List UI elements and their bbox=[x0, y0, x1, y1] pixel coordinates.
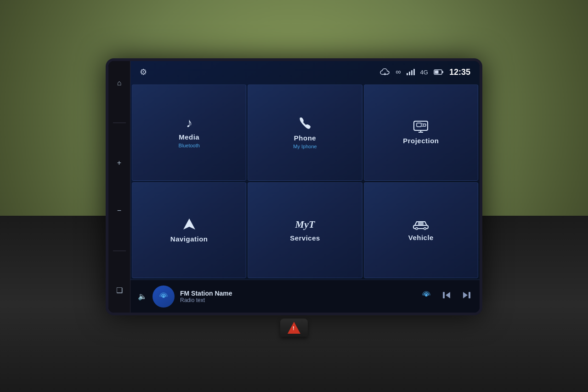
vehicle-tile[interactable]: Vehicle bbox=[364, 182, 478, 279]
status-bar: ∞ 4G 12:35 bbox=[380, 67, 470, 77]
media-tile[interactable]: ♪ Media Bluetooth bbox=[132, 84, 246, 181]
infotainment-screen: ⌂ + − ❑ ⚙ ∞ bbox=[106, 58, 482, 315]
top-bar: ⚙ ∞ 4G bbox=[130, 61, 480, 83]
svg-rect-22 bbox=[469, 292, 470, 298]
navigation-label: Navigation bbox=[170, 235, 208, 243]
svg-rect-7 bbox=[423, 124, 426, 126]
svg-rect-16 bbox=[418, 222, 424, 225]
vehicle-icon bbox=[412, 219, 430, 230]
signal-label: 4G bbox=[420, 69, 428, 76]
side-button-panel: ⌂ + − ❑ bbox=[108, 61, 130, 313]
cloud-icon bbox=[380, 68, 390, 76]
projection-icon bbox=[413, 120, 429, 133]
minus-icon: − bbox=[117, 207, 121, 215]
layers-icon: ❑ bbox=[116, 286, 123, 295]
home-icon: ⌂ bbox=[117, 79, 122, 87]
svg-point-15 bbox=[424, 228, 426, 229]
services-tile[interactable]: MyT Services bbox=[248, 182, 362, 279]
phone-icon bbox=[298, 116, 312, 130]
svg-marker-21 bbox=[463, 292, 468, 298]
svg-marker-19 bbox=[446, 292, 450, 298]
player-bar: 🔈 FM Station Name Radio text bbox=[130, 280, 480, 313]
home-button[interactable]: ⌂ bbox=[111, 75, 128, 91]
infinity-icon: ∞ bbox=[396, 68, 401, 76]
battery-icon bbox=[434, 69, 444, 75]
myt-icon: MyT bbox=[295, 218, 315, 230]
signal-icon bbox=[407, 69, 415, 75]
media-label: Media bbox=[179, 133, 199, 141]
music-icon: ♪ bbox=[186, 117, 192, 129]
svg-point-18 bbox=[425, 294, 428, 297]
svg-line-8 bbox=[422, 123, 423, 124]
svg-rect-1 bbox=[442, 71, 443, 73]
screen-main: ⚙ ∞ 4G bbox=[130, 61, 480, 313]
projection-label: Projection bbox=[403, 137, 439, 145]
phone-label: Phone bbox=[294, 134, 316, 142]
projection-tile[interactable]: Projection bbox=[364, 84, 478, 181]
radio-wave-icon bbox=[158, 291, 169, 302]
player-controls bbox=[421, 290, 472, 303]
divider-2 bbox=[113, 251, 126, 251]
svg-point-14 bbox=[416, 228, 418, 229]
phone-subtitle: My Iphone bbox=[293, 144, 317, 149]
track-subtitle: Radio text bbox=[180, 297, 415, 303]
svg-line-9 bbox=[422, 126, 423, 127]
hazard-button-area: ! bbox=[280, 319, 308, 337]
svg-marker-10 bbox=[183, 218, 195, 230]
phone-tile[interactable]: Phone My Iphone bbox=[248, 84, 362, 181]
media-subtitle: Bluetooth bbox=[178, 143, 199, 148]
gear-icon: ⚙ bbox=[140, 67, 147, 77]
vehicle-label: Vehicle bbox=[408, 234, 434, 241]
app-grid: ♪ Media Bluetooth Phone My Iphone bbox=[130, 83, 480, 280]
radio-button[interactable] bbox=[153, 286, 175, 308]
svg-rect-20 bbox=[443, 292, 445, 298]
volume-icon: 🔈 bbox=[138, 292, 147, 301]
radio-active-icon[interactable] bbox=[421, 290, 432, 303]
plus-icon: + bbox=[117, 159, 121, 167]
prev-button[interactable] bbox=[441, 290, 452, 303]
svg-rect-4 bbox=[417, 123, 421, 127]
next-button[interactable] bbox=[461, 290, 472, 303]
track-name: FM Station Name bbox=[180, 290, 415, 297]
minus-button[interactable]: − bbox=[111, 202, 128, 219]
track-info: FM Station Name Radio text bbox=[180, 290, 415, 303]
navigation-tile[interactable]: Navigation bbox=[132, 182, 246, 279]
svg-point-17 bbox=[162, 295, 165, 298]
layers-button[interactable]: ❑ bbox=[111, 282, 128, 299]
plus-button[interactable]: + bbox=[111, 155, 128, 171]
clock-display: 12:35 bbox=[449, 67, 470, 77]
navigation-icon bbox=[182, 218, 196, 231]
services-label: Services bbox=[290, 234, 320, 242]
divider-1 bbox=[113, 123, 126, 123]
settings-button[interactable]: ⚙ bbox=[140, 67, 147, 77]
hazard-button[interactable]: ! bbox=[280, 319, 308, 337]
svg-rect-2 bbox=[435, 71, 438, 74]
